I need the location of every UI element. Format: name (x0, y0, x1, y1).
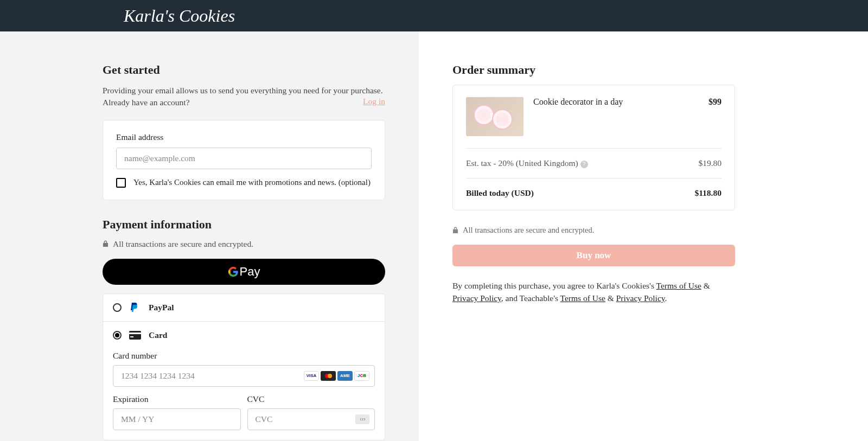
email-input[interactable] (116, 148, 372, 169)
total-amount: $118.80 (694, 188, 722, 198)
payment-method-card[interactable]: Card (103, 322, 385, 349)
paypal-radio[interactable] (113, 303, 122, 312)
google-pay-button[interactable]: Pay (103, 259, 385, 285)
payment-methods-list: PayPal Card Card number VISA (103, 293, 385, 440)
visa-icon: VISA (304, 371, 319, 381)
login-link[interactable]: Log in (363, 97, 385, 106)
svg-rect-2 (130, 336, 133, 337)
get-started-title: Get started (103, 63, 385, 77)
secure-text-right: All transactions are secure and encrypte… (463, 226, 594, 235)
email-card: Email address Yes, Karla's Cookies can e… (103, 120, 385, 200)
order-summary-box: Cookie decorator in a day $99 Est. tax -… (452, 85, 735, 210)
payment-method-paypal[interactable]: PayPal (103, 294, 385, 322)
mastercard-icon (321, 371, 336, 381)
paypal-label: PayPal (149, 303, 174, 312)
email-label: Email address (116, 132, 372, 142)
teachable-privacy-link[interactable]: Privacy Policy (616, 293, 665, 303)
amex-icon: AME (337, 371, 353, 381)
expiration-label: Expiration (113, 394, 241, 404)
card-number-label: Card number (113, 351, 375, 361)
jcb-icon: JCB (354, 371, 369, 381)
marketing-optin-checkbox[interactable] (116, 178, 126, 188)
svg-rect-0 (129, 331, 141, 340)
total-label: Billed today (USD) (466, 188, 534, 198)
card-label: Card (149, 330, 167, 340)
card-radio[interactable] (113, 331, 122, 340)
divider (466, 148, 722, 149)
secure-text: All transactions are secure and encrypte… (113, 239, 253, 249)
cvc-label: CVC (247, 394, 375, 404)
product-price: $99 (709, 97, 722, 136)
order-item-row: Cookie decorator in a day $99 (466, 97, 722, 136)
divider (466, 178, 722, 178)
tax-label: Est. tax - 20% (United Kingdom)? (466, 158, 588, 168)
brand-logo: Karla's Cookies (124, 6, 235, 25)
card-icon (129, 331, 141, 340)
tax-amount: $19.80 (698, 158, 722, 168)
help-icon[interactable]: ? (580, 161, 588, 168)
order-summary-title: Order summary (452, 63, 735, 77)
school-privacy-link[interactable]: Privacy Policy (452, 293, 501, 303)
lock-icon (103, 240, 108, 247)
paypal-icon (129, 303, 141, 312)
buy-now-button[interactable]: Buy now (452, 245, 735, 266)
school-terms-link[interactable]: Terms of Use (656, 281, 701, 290)
google-icon (228, 266, 239, 277)
product-thumbnail (466, 97, 524, 136)
cvc-hint-icon: 123 (355, 414, 369, 424)
svg-rect-1 (129, 333, 141, 334)
marketing-optin-label: Yes, Karla's Cookies can email me with p… (133, 178, 371, 187)
gpay-label: Pay (240, 265, 260, 279)
get-started-subtext: Providing your email allows us to send y… (103, 86, 383, 107)
teachable-terms-link[interactable]: Terms of Use (560, 293, 605, 303)
legal-text: By completing this purchase, you agree t… (452, 279, 735, 305)
payment-title: Payment information (103, 218, 385, 232)
expiration-input[interactable] (113, 408, 241, 430)
lock-icon (452, 227, 458, 234)
card-brand-icons: VISA AME JCB (304, 371, 369, 381)
product-name: Cookie decorator in a day (533, 97, 623, 136)
